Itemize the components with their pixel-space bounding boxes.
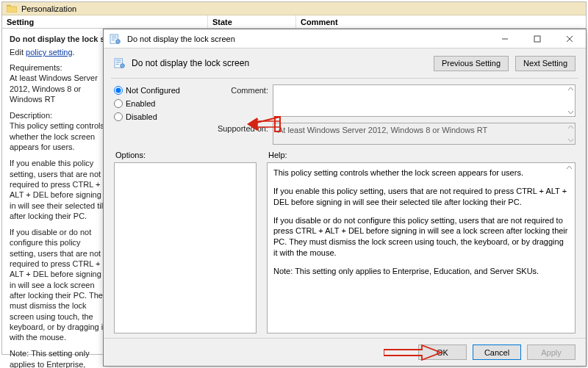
edit-policy-link[interactable]: policy setting	[26, 48, 73, 57]
help-label: Help:	[268, 151, 576, 159]
svg-rect-1	[112, 35, 117, 36]
description-label: Description:	[10, 111, 52, 120]
chevron-down-icon	[568, 109, 573, 115]
description-note: Note: This setting only applies to Enter…	[10, 348, 109, 368]
description-text: This policy setting controls whether the…	[10, 121, 104, 151]
help-p2: If you disable or do not configure this …	[273, 215, 569, 259]
description-disable: If you disable or do not configure this …	[10, 227, 109, 342]
col-setting[interactable]: Setting	[2, 15, 208, 28]
maximize-icon	[534, 35, 541, 43]
policy-icon	[114, 58, 126, 68]
mmc-column-headers: Setting State Comment	[2, 15, 586, 29]
radio-enabled-input[interactable]	[114, 99, 123, 108]
chevron-down-icon	[568, 137, 573, 142]
svg-rect-6	[534, 36, 540, 42]
col-state[interactable]: State	[208, 15, 296, 28]
next-setting-button[interactable]: Next Setting	[515, 56, 576, 71]
maximize-button[interactable]	[521, 29, 553, 48]
ok-button[interactable]: OK	[418, 344, 467, 360]
supported-on-field: At least Windows Server 2012, Windows 8 …	[273, 123, 576, 145]
svg-rect-11	[116, 62, 121, 62]
close-icon	[566, 35, 573, 43]
col-comment[interactable]: Comment	[296, 15, 586, 28]
policy-icon	[110, 34, 121, 44]
help-p1: If you enable this policy setting, users…	[273, 186, 569, 208]
requirements-label: Requirements:	[10, 63, 62, 72]
chevron-up-icon	[568, 125, 573, 130]
svg-point-13	[121, 64, 125, 68]
svg-point-4	[116, 39, 121, 43]
dialog-header-title: Do not display the lock screen	[132, 58, 249, 68]
policy-edit-dialog: Do not display the lock screen Do not di…	[103, 29, 587, 367]
help-p3: Note: This setting only applies to Enter…	[273, 266, 569, 277]
svg-rect-2	[112, 37, 117, 38]
radio-not-configured-input[interactable]	[114, 86, 123, 95]
svg-rect-12	[116, 64, 119, 65]
radio-enabled[interactable]: Enabled	[114, 99, 195, 108]
minimize-icon	[501, 35, 509, 43]
chevron-up-icon	[567, 165, 572, 170]
radio-disabled-input[interactable]	[114, 112, 123, 121]
help-p0: This policy setting controls whether the…	[273, 167, 569, 178]
dialog-titlebar[interactable]: Do not display the lock screen	[104, 29, 586, 48]
minimize-button[interactable]	[489, 29, 521, 48]
comment-label: Comment:	[209, 84, 268, 95]
mmc-window-title: Personalization	[21, 4, 76, 13]
dialog-title: Do not display the lock screen	[127, 35, 235, 43]
chevron-up-icon	[568, 87, 573, 92]
options-label: Options:	[115, 151, 257, 159]
radio-not-configured[interactable]: Not Configured	[114, 86, 195, 95]
help-box: This policy setting controls whether the…	[267, 162, 576, 333]
svg-rect-3	[112, 39, 115, 40]
close-button[interactable]	[553, 29, 586, 48]
description-enable: If you enable this policy setting, users…	[10, 158, 109, 221]
supported-on-label: Supported on:	[209, 123, 268, 133]
apply-button[interactable]: Apply	[527, 344, 576, 360]
radio-disabled[interactable]: Disabled	[114, 112, 195, 121]
comment-field[interactable]	[273, 84, 576, 117]
svg-rect-10	[116, 60, 121, 61]
cancel-button[interactable]: Cancel	[473, 344, 521, 360]
requirements-text: At least Windows Server 2012, Windows 8 …	[10, 73, 98, 104]
folder-icon	[7, 4, 17, 12]
previous-setting-button[interactable]: Previous Setting	[434, 56, 509, 71]
options-box	[114, 162, 257, 333]
